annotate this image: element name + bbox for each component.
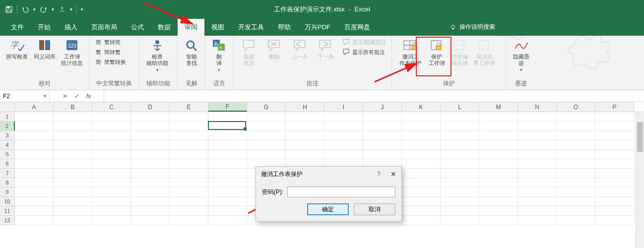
- spelling-button[interactable]: 字 拼写检查: [3, 37, 31, 61]
- dialog-help-icon[interactable]: ?: [377, 171, 381, 178]
- dialog-titlebar[interactable]: 撤消工作表保护 ? ✕: [256, 167, 401, 182]
- column-header[interactable]: O: [557, 102, 595, 112]
- cell[interactable]: [441, 197, 479, 206]
- chinese-convert-button[interactable]: 简简繁转换: [93, 58, 127, 66]
- enter-formula-icon[interactable]: ✓: [74, 93, 79, 100]
- cell[interactable]: [54, 131, 92, 140]
- cell[interactable]: [286, 112, 324, 122]
- cell[interactable]: [595, 178, 634, 187]
- cell[interactable]: [15, 159, 54, 169]
- cell[interactable]: [441, 122, 479, 131]
- cell[interactable]: [441, 178, 479, 187]
- tab-home[interactable]: 开始: [31, 19, 58, 36]
- cell[interactable]: [595, 197, 634, 206]
- translate-button[interactable]: あA 翻 译 ▾: [208, 37, 230, 73]
- unprotect-sheet-button[interactable]: 撤消工 作表保护: [395, 37, 426, 67]
- cell[interactable]: [479, 169, 518, 178]
- cell[interactable]: [518, 206, 557, 216]
- column-header[interactable]: D: [131, 102, 170, 112]
- cell[interactable]: [247, 150, 286, 159]
- cell[interactable]: [15, 178, 54, 187]
- tab-review[interactable]: 审阅: [178, 19, 204, 36]
- cell[interactable]: [518, 150, 557, 159]
- cell[interactable]: [518, 169, 557, 178]
- cell[interactable]: [208, 206, 247, 216]
- cell[interactable]: [402, 112, 441, 122]
- cell[interactable]: [131, 159, 170, 169]
- cell[interactable]: [131, 206, 170, 216]
- cell[interactable]: [557, 150, 595, 159]
- cell[interactable]: [441, 169, 479, 178]
- cell[interactable]: [15, 112, 54, 122]
- cell[interactable]: [208, 187, 247, 197]
- cell[interactable]: [363, 140, 402, 150]
- cell[interactable]: [131, 169, 170, 178]
- cell[interactable]: [15, 140, 54, 150]
- row-header[interactable]: 8: [0, 178, 15, 187]
- cell[interactable]: [324, 122, 363, 131]
- cell[interactable]: [441, 187, 479, 197]
- cell[interactable]: [479, 112, 518, 122]
- cell[interactable]: [557, 122, 595, 131]
- cell[interactable]: [402, 206, 441, 216]
- column-header[interactable]: C: [92, 102, 131, 112]
- cell[interactable]: [131, 140, 170, 150]
- cell[interactable]: [286, 131, 324, 140]
- cell[interactable]: [92, 159, 131, 169]
- cell[interactable]: [518, 122, 557, 131]
- tab-data[interactable]: 数据: [151, 19, 178, 36]
- cell[interactable]: [518, 216, 557, 225]
- cell[interactable]: [92, 178, 131, 187]
- cell[interactable]: [131, 187, 170, 197]
- cell[interactable]: [208, 131, 247, 140]
- tab-insert[interactable]: 插入: [58, 19, 84, 36]
- cell[interactable]: [557, 140, 595, 150]
- protect-workbook-button[interactable]: 保护工作簿: [426, 37, 448, 67]
- cell[interactable]: [208, 122, 247, 131]
- cell[interactable]: [479, 187, 518, 197]
- column-header[interactable]: H: [286, 102, 324, 112]
- cell[interactable]: [557, 159, 595, 169]
- cell[interactable]: [518, 131, 557, 140]
- cell[interactable]: [131, 150, 170, 159]
- cell[interactable]: [170, 187, 208, 197]
- cell[interactable]: [402, 178, 441, 187]
- cell[interactable]: [15, 216, 54, 225]
- row-header[interactable]: 11: [0, 206, 15, 216]
- row-header[interactable]: 12: [0, 216, 15, 225]
- cell[interactable]: [208, 150, 247, 159]
- cell[interactable]: [208, 112, 247, 122]
- cell[interactable]: [15, 187, 54, 197]
- cell[interactable]: [170, 197, 208, 206]
- cell[interactable]: [15, 122, 54, 131]
- cell[interactable]: [247, 140, 286, 150]
- cell[interactable]: [131, 178, 170, 187]
- column-header[interactable]: J: [363, 102, 402, 112]
- row-header[interactable]: 7: [0, 169, 15, 178]
- cell[interactable]: [441, 131, 479, 140]
- cell[interactable]: [363, 122, 402, 131]
- cell[interactable]: [363, 131, 402, 140]
- cell[interactable]: [441, 159, 479, 169]
- cell[interactable]: [54, 216, 92, 225]
- cell[interactable]: [208, 197, 247, 206]
- cell[interactable]: [518, 187, 557, 197]
- column-header[interactable]: P: [595, 102, 634, 112]
- cell[interactable]: [15, 169, 54, 178]
- ok-button[interactable]: 确定: [307, 203, 349, 215]
- cell[interactable]: [54, 122, 92, 131]
- cell[interactable]: [54, 112, 92, 122]
- cell[interactable]: [54, 159, 92, 169]
- chevron-down-icon[interactable]: ▼: [43, 94, 47, 99]
- cell[interactable]: [170, 159, 208, 169]
- cell[interactable]: [54, 169, 92, 178]
- redo-icon[interactable]: [40, 5, 48, 13]
- tab-baidu[interactable]: 百度网盘: [337, 19, 377, 36]
- select-all-corner[interactable]: [0, 102, 15, 112]
- cell[interactable]: [595, 159, 634, 169]
- cell[interactable]: [324, 112, 363, 122]
- tab-wxpdf[interactable]: 万兴PDF: [298, 19, 337, 36]
- cell[interactable]: [402, 150, 441, 159]
- cell[interactable]: [92, 197, 131, 206]
- cell[interactable]: [441, 206, 479, 216]
